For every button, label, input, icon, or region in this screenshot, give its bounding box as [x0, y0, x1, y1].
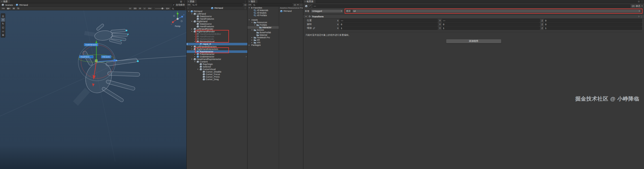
search-toggle-icon[interactable]: ◎ — [244, 4, 246, 6]
expand-arrow-icon[interactable]: ▸ — [194, 53, 196, 55]
breadcrumb-scene[interactable]: Scenes — [5, 4, 13, 6]
kebab-menu-icon[interactable]: ⋮ — [300, 0, 302, 3]
name-field[interactable] — [312, 4, 630, 8]
layout-icon[interactable]: ▤ — [180, 0, 182, 3]
expand-arrow-icon[interactable]: ▾ — [191, 58, 193, 60]
transform-tool-button[interactable]: ⊞ — [1, 33, 5, 37]
rotation-y-field[interactable] — [442, 23, 540, 26]
expand-arrow-icon[interactable]: ▾ — [191, 13, 193, 15]
expand-arrow-icon[interactable]: ▾ — [248, 7, 250, 9]
shading-mode-button[interactable]: ◐ — [128, 7, 132, 10]
hierarchy-row[interactable]: ▾LeftHand — [187, 13, 247, 15]
scene-label-interactor[interactable]: Interactor — [101, 55, 111, 58]
expand-arrow-icon[interactable]: ▸ — [194, 55, 196, 58]
hierarchy-row[interactable]: ▸GrabInteractor› — [187, 55, 247, 58]
project-tree-row[interactable]: ▾★Favorites — [248, 7, 279, 9]
expand-arrow-icon[interactable]: ▸ — [194, 50, 196, 53]
gizmos-dropdown-button[interactable]: ◎▾ — [165, 7, 170, 10]
position-x-field[interactable] — [340, 19, 438, 22]
prefab-open-chevron-icon[interactable]: › — [246, 55, 247, 58]
project-tree-row[interactable]: All Models — [248, 12, 279, 14]
view-tool-button[interactable]: ◎ — [1, 14, 5, 18]
rotation-z-field[interactable] — [544, 23, 642, 26]
hierarchy-row[interactable]: DataSource — [187, 23, 247, 25]
expand-arrow-icon[interactable]: ▾ — [194, 40, 196, 43]
lock-icon[interactable]: ⊙ — [638, 0, 639, 3]
expand-arrow-icon[interactable]: ▸ — [251, 39, 253, 41]
expand-arrow-icon[interactable]: ▸ — [194, 35, 196, 38]
search-by-type-icon[interactable]: ◎ — [294, 4, 296, 6]
add-component-button[interactable]: 添加组件 — [446, 39, 501, 43]
audio-toggle-button[interactable]: ♪ — [143, 7, 146, 10]
hierarchy-row[interactable]: ▾Content — [187, 60, 247, 63]
hierarchy-row[interactable]: Hand_R — [187, 43, 247, 45]
hierarchy-row[interactable]: ▾RKHandVisual — [187, 40, 247, 43]
expand-arrow-icon[interactable]: ▾ — [251, 29, 253, 31]
hierarchy-row[interactable]: DataSource — [187, 15, 247, 18]
hierarchy-row[interactable]: ▸PokeInteractor — [187, 53, 247, 55]
active-checkbox[interactable]: ✓ — [309, 5, 311, 7]
project-tree-row[interactable]: ▾Resources — [248, 21, 279, 24]
scene-label-grabinteractor[interactable]: GrabInteractor — [84, 43, 98, 46]
create-button[interactable]: +▾ — [188, 4, 190, 6]
expand-arrow-icon[interactable]: ▾ — [191, 20, 193, 23]
hierarchy-row[interactable]: ▾RightHandInteractors — [187, 48, 247, 50]
position-z-field[interactable] — [544, 19, 642, 22]
hierarchy-row[interactable]: Cursor_Focus — [187, 73, 247, 76]
project-tree-row[interactable]: ▸Packages — [248, 44, 279, 46]
rect-tool-button[interactable]: ▭ — [1, 29, 5, 33]
rotate-tool-button[interactable]: ↻ — [1, 22, 5, 25]
project-tree-row[interactable]: ▸XR — [248, 39, 279, 41]
expand-arrow-icon[interactable]: ▾ — [194, 60, 196, 63]
project-tree-row[interactable]: Interactor — [248, 26, 279, 29]
hierarchy-row[interactable]: Cursor_Drag — [187, 78, 247, 81]
help-icon[interactable]: ? — [638, 15, 639, 18]
hierarchy-row[interactable]: ▸HandRootAxis — [187, 35, 247, 38]
hierarchy-row[interactable]: ▸SkeletonNode — [187, 38, 247, 40]
project-tree-row[interactable]: ▾Scenes — [248, 29, 279, 31]
grid-visibility-button[interactable]: ▦▾ — [6, 7, 11, 10]
tag-dropdown[interactable]: Untagged▾ — [311, 9, 343, 13]
scene-search-input[interactable] — [171, 7, 185, 10]
kebab-menu-icon[interactable]: ⋮ — [641, 0, 643, 3]
expand-arrow-icon[interactable]: ▾ — [191, 48, 193, 50]
hierarchy-row[interactable]: Cursor_Disable — [187, 71, 247, 73]
hierarchy-row[interactable]: ▾CursorVisual — [187, 68, 247, 71]
project-tree-row[interactable]: ▾Prefabs — [248, 24, 279, 26]
rotation-x-field[interactable] — [340, 23, 438, 26]
project-tree-row[interactable]: ▾Assets — [248, 19, 279, 21]
project-content-item[interactable]: RKHand — [279, 10, 303, 13]
expand-arrow-icon[interactable]: ▾ — [254, 24, 256, 26]
tab-hierarchy[interactable]: ≡ 层级 — [187, 0, 197, 3]
expand-arrow-icon[interactable]: ▸ — [191, 45, 193, 48]
scene-viewport[interactable]: y x z Persp ◎ + ↻ ◱ ▭ ⊞ GrabInteractor H… — [0, 10, 186, 169]
tab-inspector[interactable]: ≡ 检查器 — [303, 0, 316, 3]
hierarchy-row[interactable]: RayOrigin — [187, 63, 247, 65]
kebab-menu-icon[interactable]: ⋮ — [244, 0, 247, 3]
kebab-menu-icon[interactable]: ⋮ — [640, 15, 643, 18]
hierarchy-row[interactable]: ▾RightHandRender — [187, 30, 247, 33]
hierarchy-row[interactable]: HandFeatures — [187, 18, 247, 20]
snap-button[interactable]: ⊞ — [12, 7, 16, 10]
expand-arrow-icon[interactable]: ▾ — [197, 68, 199, 71]
expand-arrow-icon[interactable]: ▸ — [251, 41, 253, 44]
create-button[interactable]: +▾ — [249, 4, 251, 6]
tab-scene[interactable]: ≡ 场景 — [0, 0, 10, 3]
effects-dropdown-button[interactable]: ✦▾ — [147, 7, 152, 10]
hierarchy-row[interactable]: Selector — [187, 65, 247, 68]
hierarchy-row[interactable]: ▸LeftHandInteractors — [187, 45, 247, 48]
layer-dropdown[interactable]: UI▾ — [352, 9, 641, 13]
hierarchy-row[interactable]: ▾RightHand — [187, 20, 247, 23]
expand-arrow-icon[interactable]: ▸ — [251, 36, 253, 39]
hierarchy-row[interactable]: ▸HandGestureInEditor — [187, 33, 247, 35]
expand-arrow-icon[interactable]: ▸ — [191, 28, 193, 30]
hierarchy-row[interactable]: HandFeatures — [187, 25, 247, 28]
kebab-menu-icon[interactable]: ⋮ — [183, 0, 186, 3]
expand-arrow-icon[interactable]: ▾ — [191, 30, 193, 33]
project-tree-row[interactable]: ▸TextMesh Pro — [248, 36, 279, 39]
kebab-menu-icon[interactable]: ⋮ — [244, 7, 246, 9]
project-tree-row[interactable]: ▸XRI — [248, 41, 279, 44]
kebab-menu-icon[interactable]: ⋮ — [300, 4, 302, 6]
scale-link-icon[interactable] — [313, 27, 315, 29]
scale-y-field[interactable] — [442, 26, 540, 30]
